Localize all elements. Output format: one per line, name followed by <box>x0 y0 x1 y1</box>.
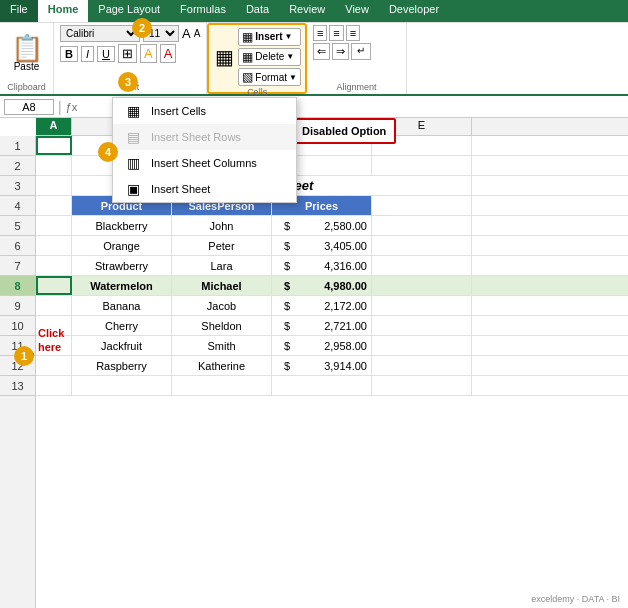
cell-d8-val[interactable]: 4,980.00 <box>292 276 372 295</box>
cell-d9-dollar[interactable]: $ <box>272 296 292 315</box>
cell-d6-val[interactable]: 3,405.00 <box>292 236 372 255</box>
cell-c10[interactable]: Sheldon <box>172 316 272 335</box>
cell-c9[interactable]: Jacob <box>172 296 272 315</box>
row-header-10[interactable]: 10 <box>0 316 35 336</box>
row-header-6[interactable]: 6 <box>0 236 35 256</box>
cell-d7-val[interactable]: 4,316.00 <box>292 256 372 275</box>
cell-d11-val[interactable]: 2,958.00 <box>292 336 372 355</box>
cell-a9[interactable] <box>36 296 72 315</box>
cell-e4[interactable] <box>372 196 472 215</box>
row-header-3[interactable]: 3 <box>0 176 35 196</box>
cell-c13[interactable] <box>172 376 272 395</box>
cell-e8[interactable] <box>372 276 472 295</box>
cell-b5[interactable]: Blackberry <box>72 216 172 235</box>
row-header-13[interactable]: 13 <box>0 376 35 396</box>
cell-b6[interactable]: Orange <box>72 236 172 255</box>
cell-a5[interactable] <box>36 216 72 235</box>
cell-a4[interactable] <box>36 196 72 215</box>
cell-d12-val[interactable]: 3,914.00 <box>292 356 372 375</box>
row-header-7[interactable]: 7 <box>0 256 35 276</box>
cell-a2[interactable] <box>36 156 72 175</box>
cell-e5[interactable] <box>372 216 472 235</box>
cell-c8[interactable]: Michael <box>172 276 272 295</box>
cell-e13[interactable] <box>372 376 472 395</box>
align-center-icon[interactable]: ≡ <box>329 25 343 41</box>
tab-page-layout[interactable]: Page Layout <box>88 0 170 22</box>
cell-d5-dollar[interactable]: $ <box>272 216 292 235</box>
cell-c6[interactable]: Peter <box>172 236 272 255</box>
cell-d8-dollar[interactable]: $ <box>272 276 292 295</box>
cell-b12[interactable]: Raspberry <box>72 356 172 375</box>
fill-color-icon[interactable]: A <box>140 44 157 63</box>
delete-button[interactable]: ▦ Delete ▼ <box>238 48 301 66</box>
cell-a8[interactable] <box>36 276 72 295</box>
font-grow-icon[interactable]: A <box>182 26 191 41</box>
tab-developer[interactable]: Developer <box>379 0 449 22</box>
align-right-icon[interactable]: ≡ <box>346 25 360 41</box>
bold-button[interactable]: B <box>60 46 78 62</box>
tab-file[interactable]: File <box>0 0 38 22</box>
tab-review[interactable]: Review <box>279 0 335 22</box>
cell-b11[interactable]: Jackfruit <box>72 336 172 355</box>
cell-c7[interactable]: Lara <box>172 256 272 275</box>
cell-c11[interactable]: Smith <box>172 336 272 355</box>
insert-cells-small-btn[interactable]: ▦ <box>213 43 236 71</box>
align-left-icon[interactable]: ≡ <box>313 25 327 41</box>
tab-data[interactable]: Data <box>236 0 279 22</box>
cell-a1[interactable] <box>36 136 72 155</box>
row-header-9[interactable]: 9 <box>0 296 35 316</box>
cell-d11-dollar[interactable]: $ <box>272 336 292 355</box>
cell-e11[interactable] <box>372 336 472 355</box>
paste-button[interactable]: 📋 Paste <box>7 33 47 74</box>
row-header-8[interactable]: 8 <box>0 276 35 296</box>
wrap-text-icon[interactable]: ↵ <box>351 43 371 60</box>
cell-b7[interactable]: Strawberry <box>72 256 172 275</box>
menu-item-insert-sheet[interactable]: ▣ Insert Sheet <box>113 176 296 202</box>
underline-button[interactable]: U <box>97 46 115 62</box>
name-box[interactable]: A8 <box>4 99 54 115</box>
cell-b13[interactable] <box>72 376 172 395</box>
font-color-icon[interactable]: A <box>160 44 177 63</box>
function-icon[interactable]: ƒx <box>66 101 78 113</box>
menu-item-insert-sheet-columns[interactable]: ▥ Insert Sheet Columns <box>113 150 296 176</box>
cell-d13[interactable] <box>272 376 372 395</box>
tab-view[interactable]: View <box>335 0 379 22</box>
row-header-5[interactable]: 5 <box>0 216 35 236</box>
cell-a3[interactable] <box>36 176 72 195</box>
row-header-2[interactable]: 2 <box>0 156 35 176</box>
menu-item-insert-cells[interactable]: ▦ Insert Cells <box>113 98 296 124</box>
tab-home[interactable]: Home <box>38 0 89 22</box>
cell-e6[interactable] <box>372 236 472 255</box>
cell-b10[interactable]: Cherry <box>72 316 172 335</box>
cell-d6-dollar[interactable]: $ <box>272 236 292 255</box>
cell-e2[interactable] <box>372 156 472 175</box>
cell-d5-val[interactable]: 2,580.00 <box>292 216 372 235</box>
col-header-a[interactable]: A <box>36 118 72 135</box>
cell-a13[interactable] <box>36 376 72 395</box>
cell-c12[interactable]: Katherine <box>172 356 272 375</box>
cell-a6[interactable] <box>36 236 72 255</box>
cell-e9[interactable] <box>372 296 472 315</box>
row-header-4[interactable]: 4 <box>0 196 35 216</box>
tab-formulas[interactable]: Formulas <box>170 0 236 22</box>
format-button[interactable]: ▧ Format ▼ <box>238 68 301 86</box>
cell-d9-val[interactable]: 2,172.00 <box>292 296 372 315</box>
italic-button[interactable]: I <box>81 46 94 62</box>
row-header-1[interactable]: 1 <box>0 136 35 156</box>
font-shrink-icon[interactable]: A <box>194 28 201 39</box>
cell-c5[interactable]: John <box>172 216 272 235</box>
cell-a7[interactable] <box>36 256 72 275</box>
border-icon[interactable]: ⊞ <box>118 44 137 63</box>
cell-b9[interactable]: Banana <box>72 296 172 315</box>
cell-e7[interactable] <box>372 256 472 275</box>
cell-d7-dollar[interactable]: $ <box>272 256 292 275</box>
cell-a12[interactable] <box>36 356 72 375</box>
font-name-select[interactable]: Calibri <box>60 25 140 42</box>
cell-e10[interactable] <box>372 316 472 335</box>
insert-button[interactable]: ▦ Insert ▼ <box>238 28 301 46</box>
cell-d12-dollar[interactable]: $ <box>272 356 292 375</box>
indent-increase-icon[interactable]: ⇒ <box>332 43 349 60</box>
cell-d10-dollar[interactable]: $ <box>272 316 292 335</box>
indent-decrease-icon[interactable]: ⇐ <box>313 43 330 60</box>
cell-b8[interactable]: Watermelon <box>72 276 172 295</box>
